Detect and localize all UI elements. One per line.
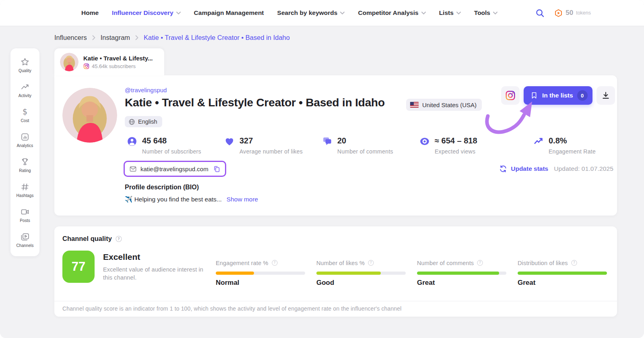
page-title: Katie • Travel & Lifestyle Creator • Bas… [125, 96, 407, 109]
search-icon[interactable] [535, 8, 545, 18]
svg-text:?: ? [274, 261, 275, 265]
svg-text:$: $ [23, 107, 27, 116]
help-icon[interactable]: ? [571, 259, 578, 266]
trend-up-icon [533, 136, 544, 147]
help-icon[interactable]: ? [115, 235, 122, 243]
metric-bar [316, 272, 406, 275]
rail-label: Activity [19, 93, 31, 98]
channel-quality-footnote: Channel quality score is an indicator fr… [62, 305, 401, 312]
metric-bar [518, 272, 607, 275]
rail-item-cost[interactable]: $ Cost [10, 102, 39, 127]
rail-label: Quality [19, 68, 31, 73]
svg-text:?: ? [479, 261, 481, 265]
instagram-icon [505, 90, 516, 101]
top-navigation: Home Influencer Discovery Campaign Manag… [0, 0, 644, 26]
metric-status: Great [417, 279, 435, 287]
help-icon[interactable]: ? [271, 259, 278, 266]
in-the-lists-button[interactable]: In the lists 0 [524, 86, 592, 105]
rail-item-posts[interactable]: Posts [10, 202, 39, 227]
metric-label: Distribution of likes [518, 260, 568, 266]
profile-tab[interactable]: Katie • Travel & Lifesty... 45.64k subsc… [54, 48, 164, 75]
metric-label-row: Distribution of likes ? [518, 259, 578, 266]
rail-label: Rating [19, 168, 31, 173]
metric-label: Engagement rate % [216, 260, 268, 266]
tab-subscribers-count: 45.64k subscribers [92, 63, 136, 69]
stat-value: 20 [337, 136, 393, 145]
metric-status: Good [316, 279, 334, 287]
nav-item-campaign-management[interactable]: Campaign Management [194, 9, 264, 17]
quality-description: Excellent value of audience interest in … [103, 265, 210, 282]
chevron-right-icon [92, 35, 95, 40]
update-stats-button[interactable]: Update stats [499, 165, 548, 173]
rail-item-activity[interactable]: Activity [10, 77, 39, 102]
rail-label: Posts [20, 218, 30, 223]
rail-item-rating[interactable]: Rating [10, 152, 39, 177]
show-more-link[interactable]: Show more [227, 196, 258, 203]
chevron-down-icon [176, 12, 181, 15]
nav-item-competitor-analysis[interactable]: Competitor Analysis [358, 9, 425, 17]
eye-icon [419, 136, 430, 147]
tokens-balance[interactable]: 50 tokens [554, 9, 591, 17]
help-icon[interactable]: ? [367, 259, 374, 266]
stat-label: Expected views [435, 148, 477, 155]
copy-email-button[interactable] [213, 165, 221, 173]
stat-comments: 20 Number of comments [322, 136, 393, 155]
subscribers-icon [127, 136, 137, 147]
download-button[interactable] [597, 86, 615, 105]
rail-item-hashtags[interactable]: Hashtags [10, 177, 39, 202]
help-icon[interactable]: ? [477, 259, 483, 266]
stat-expected-views: ≈ 654 – 818 Expected views [419, 136, 477, 155]
chevron-right-icon [135, 35, 138, 40]
section-rail: Quality Activity $ Cost Analytics Rating… [10, 48, 39, 256]
avatar [60, 53, 78, 71]
breadcrumb: Influencers Instagram Katie • Travel & L… [54, 34, 290, 41]
bio-section-title: Profile description (BIO) [125, 184, 199, 191]
metric-engagement-rate: Engagement rate % ? Normal [216, 226, 305, 317]
profile-actions: In the lists 0 [501, 86, 615, 105]
in-the-lists-label: In the lists [542, 92, 573, 99]
email-address: katie@travelingspud.com [140, 166, 208, 172]
bar-chart-icon [20, 132, 30, 142]
country-pill: United States (USA) [406, 99, 482, 111]
channels-icon [20, 232, 30, 242]
open-instagram-button[interactable] [501, 86, 520, 105]
profile-avatar [62, 88, 117, 143]
rail-item-channels[interactable]: Channels [10, 227, 39, 252]
lists-count-badge: 0 [577, 90, 588, 101]
nav-item-tools[interactable]: Tools [474, 9, 497, 17]
chevron-down-icon [493, 12, 497, 15]
divider [54, 301, 617, 301]
nav-label: Campaign Management [194, 9, 264, 17]
tokens-count: 50 [566, 9, 573, 17]
trending-up-icon [20, 82, 30, 92]
stat-label: Engagement Rate [549, 148, 596, 155]
stat-avg-likes: 327 Average number of likes [224, 136, 303, 155]
breadcrumb-influencers[interactable]: Influencers [54, 34, 87, 41]
bio-row: ✈️ Helping you find the best eats... Sho… [125, 196, 258, 203]
channel-quality-title: Channel quality ? [62, 235, 122, 243]
nav-item-home[interactable]: Home [81, 9, 99, 17]
rail-label: Cost [21, 118, 29, 123]
channel-quality-card: Channel quality ? 77 Excellent Excellent… [54, 226, 617, 317]
metric-label: Number of comments [417, 260, 474, 266]
metric-label-row: Number of comments ? [417, 259, 483, 266]
tokens-unit: tokens [576, 10, 591, 16]
breadcrumb-instagram[interactable]: Instagram [101, 34, 130, 41]
updated-timestamp: Updated: 01.07.2025 [554, 165, 613, 172]
email-chip[interactable]: katie@travelingspud.com [124, 161, 226, 177]
stat-label: Average number of likes [239, 148, 303, 155]
rail-item-quality[interactable]: Quality [10, 52, 39, 77]
download-icon [601, 91, 610, 100]
metric-number-of-comments: Number of comments ? Great [417, 226, 506, 317]
video-camera-icon [20, 207, 30, 217]
chevron-down-icon [421, 12, 426, 15]
quality-rating: Excellent [103, 252, 140, 262]
nav-item-influencer-discovery[interactable]: Influencer Discovery [112, 9, 180, 17]
metric-distribution-of-likes: Distribution of likes ? Great [518, 226, 607, 317]
metric-bar [417, 272, 506, 275]
profile-handle-link[interactable]: @travelingspud [125, 87, 167, 93]
nav-item-search-by-keywords[interactable]: Search by keywords [277, 9, 345, 17]
rail-item-analytics[interactable]: Analytics [10, 127, 39, 152]
channel-quality-title-text: Channel quality [62, 235, 112, 243]
nav-item-lists[interactable]: Lists [439, 9, 461, 17]
